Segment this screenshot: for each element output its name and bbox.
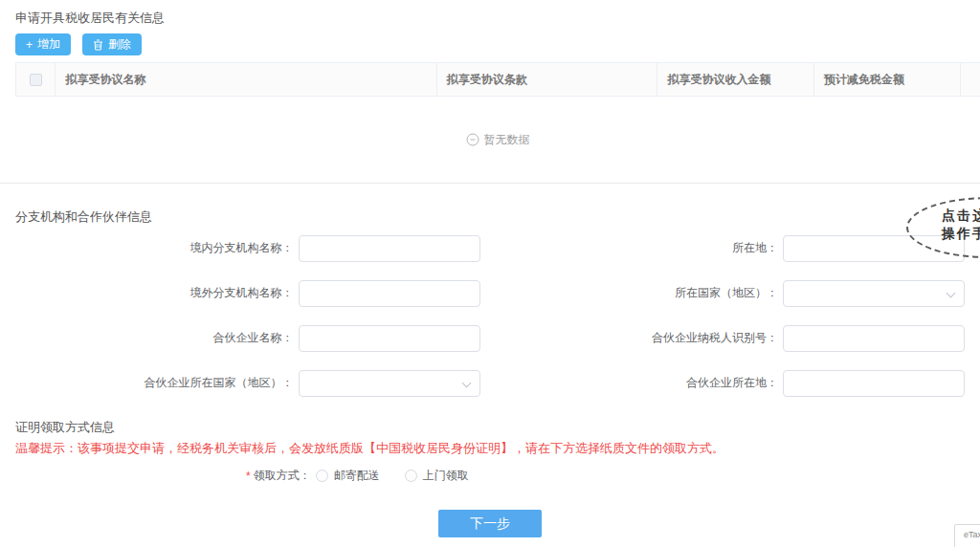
form-row: 合伙企业名称： 合伙企业纳税人识别号：	[15, 316, 965, 361]
partnership-country-label: 合伙企业所在国家（地区）：	[145, 375, 294, 391]
country-region-label: 所在国家（地区）：	[675, 285, 778, 301]
delete-button[interactable]: 删除	[82, 33, 142, 55]
radio-onsite-pickup[interactable]: 上门领取	[405, 468, 469, 484]
column-header-treaty-articles: 拟享受协议条款	[437, 63, 658, 96]
select-all-checkbox-cell	[16, 63, 56, 96]
etax-label: eTax	[964, 530, 980, 539]
table-empty-state: 暂无数据	[15, 97, 980, 183]
partnership-name-input[interactable]	[299, 325, 480, 352]
form-row: 境外分支机构名称： 所在国家（地区）：	[15, 271, 965, 316]
required-mark: *	[246, 470, 251, 483]
column-header-estimated-tax-relief: 预计减免税金额	[814, 63, 961, 96]
treaty-table-header-row: 拟享受协议名称 拟享受协议条款 拟享受协议收入金额 预计减免税金额	[15, 62, 980, 97]
radio-mail-delivery[interactable]: 邮寄配送	[316, 468, 380, 484]
domestic-branch-name-label: 境内分支机构名称：	[190, 240, 294, 256]
chevron-down-icon	[461, 378, 471, 387]
partnership-location-label: 合伙企业所在地：	[686, 375, 778, 391]
help-hint-line1: 点击这	[942, 207, 980, 225]
column-header-treaty-name: 拟享受协议名称	[56, 63, 436, 96]
receipt-section-title: 证明领取方式信息	[15, 419, 965, 436]
partnership-location-input[interactable]	[783, 370, 965, 397]
help-hint-text[interactable]: 点击这 操作手	[942, 207, 980, 243]
form-row: 合伙企业所在国家（地区）： 合伙企业所在地：	[15, 361, 965, 405]
overseas-branch-name-label: 境外分支机构名称：	[190, 285, 294, 301]
next-step-button[interactable]: 下一步	[438, 510, 542, 537]
partnership-country-select[interactable]	[299, 370, 480, 397]
add-button[interactable]: + 增加	[15, 33, 71, 55]
radio-circle-icon	[316, 470, 328, 482]
branch-section-title: 分支机构和合作伙伴信息	[15, 208, 965, 226]
country-region-select[interactable]	[783, 280, 965, 307]
trash-icon	[93, 39, 103, 51]
radio-circle-icon	[405, 470, 417, 482]
page-title: 申请开具税收居民有关信息	[15, 10, 965, 27]
radio-mail-delivery-label: 邮寄配送	[334, 468, 380, 484]
pickup-method-row: * 领取方式： 邮寄配送 上门领取	[15, 468, 965, 484]
partnership-taxpayer-id-label: 合伙企业纳税人识别号：	[652, 330, 778, 346]
partnership-name-label: 合伙企业名称：	[213, 330, 294, 346]
empty-data-icon	[466, 133, 479, 146]
section-divider	[0, 183, 980, 184]
overseas-branch-name-input[interactable]	[299, 280, 480, 307]
help-hint-line2: 操作手	[942, 225, 980, 243]
radio-onsite-pickup-label: 上门领取	[423, 468, 469, 484]
branch-form: 境内分支机构名称： 所在地： 境外分支机构名称： 所在国家（地区）：	[15, 226, 965, 405]
delete-button-label: 删除	[108, 36, 131, 53]
warning-text: 温馨提示：该事项提交申请，经税务机关审核后，会发放纸质版【中国税收居民身份证明】…	[15, 439, 965, 457]
column-header-spacer	[961, 63, 980, 96]
chevron-down-icon	[947, 288, 956, 297]
domestic-branch-name-input[interactable]	[299, 235, 480, 262]
treaty-table: 拟享受协议名称 拟享受协议条款 拟享受协议收入金额 预计减免税金额 暂无数据	[15, 62, 980, 183]
location-label: 所在地：	[732, 240, 778, 256]
partnership-taxpayer-id-input[interactable]	[783, 325, 965, 352]
empty-data-text: 暂无数据	[484, 132, 530, 148]
select-all-checkbox[interactable]	[30, 74, 42, 86]
plus-icon: +	[26, 39, 33, 51]
column-header-treaty-income: 拟享受协议收入金额	[657, 63, 814, 96]
etax-widget[interactable]: eTax	[954, 524, 980, 547]
add-button-label: 增加	[37, 36, 60, 53]
pickup-method-label: 领取方式：	[254, 468, 311, 484]
toolbar: + 增加 删除	[15, 33, 965, 55]
form-row: 境内分支机构名称： 所在地：	[15, 226, 965, 271]
